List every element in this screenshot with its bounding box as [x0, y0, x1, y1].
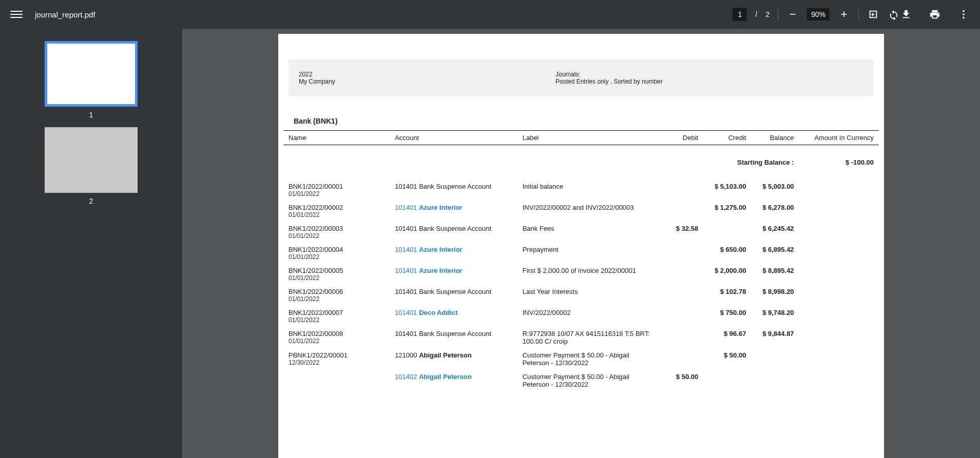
print-icon[interactable]: [929, 8, 941, 21]
entry-debit: [656, 285, 703, 306]
divider: [858, 9, 859, 20]
pdf-toolbar: journal_report.pdf / 2 − 90% +: [0, 0, 980, 29]
thumbnail-label: 2: [89, 197, 93, 205]
table-row: BNK1/2022/0000601/01/2022101401 Bank Sus…: [283, 285, 879, 306]
col-name: Name: [283, 131, 390, 145]
entry-account: 101401 Bank Suspense Account: [390, 180, 517, 201]
entry-balance: $ 5,003.00: [751, 180, 799, 201]
entry-credit: $ 650.00: [703, 243, 751, 264]
svg-point-1: [963, 13, 965, 15]
col-account: Account: [390, 131, 517, 145]
thumbnail-sidebar: 1 2: [0, 29, 182, 458]
entry-credit: $ 96.67: [703, 327, 751, 348]
thumbnail-page-2[interactable]: 2: [45, 127, 138, 205]
entry-debit: [656, 201, 703, 222]
col-debit: Debit: [656, 131, 703, 145]
entry-credit: $ 2,000.00: [703, 264, 751, 285]
filename: journal_report.pdf: [35, 10, 95, 19]
starting-balance-label: Starting Balance :: [703, 145, 799, 180]
entry-balance: $ 6,895.42: [751, 243, 799, 264]
entry-label: Prepayment: [517, 243, 656, 264]
entry-credit: $ 50.00: [703, 348, 751, 370]
fit-page-icon[interactable]: [867, 8, 879, 21]
entry-label: Bank Fees: [517, 222, 656, 243]
pdf-page: 2022 My Company Journals: Posted Entries…: [278, 34, 884, 458]
entry-credit: $ 5,103.00: [703, 180, 751, 201]
entry-label: INV/2022/00002 and INV/2022/00003: [517, 201, 656, 222]
entry-label: Customer Payment $ 50.00 - Abigail Peter…: [517, 348, 656, 370]
entry-amount: [799, 180, 879, 201]
entry-account: 101401 Azure Interior: [390, 264, 517, 285]
entry-account: 121000 Abigail Peterson: [390, 348, 517, 370]
entry-account: 101401 Bank Suspense Account: [390, 285, 517, 306]
entry-name: BNK1/2022/0000301/01/2022: [283, 222, 390, 243]
entry-balance: $ 8,998.20: [751, 285, 799, 306]
entry-account: 101401 Azure Interior: [390, 201, 517, 222]
rotate-icon[interactable]: [888, 8, 900, 21]
entry-debit: [656, 348, 703, 370]
entry-amount: [799, 264, 879, 285]
entry-amount: [799, 201, 879, 222]
entry-name: BNK1/2022/0000701/01/2022: [283, 306, 390, 327]
entry-name: [283, 370, 390, 391]
entry-label: INV/2022/00002: [517, 306, 656, 327]
report-year: 2022: [299, 71, 555, 78]
entry-balance: $ 8,895.42: [751, 264, 799, 285]
svg-point-2: [963, 17, 965, 19]
entry-credit: [703, 222, 751, 243]
zoom-out-button[interactable]: −: [786, 8, 799, 21]
entry-credit: $ 102.78: [703, 285, 751, 306]
filter-text: Posted Entries only , Sorted by number: [555, 78, 863, 85]
entry-amount: [799, 348, 879, 370]
entry-balance: $ 9,748.20: [751, 306, 799, 327]
entry-name: BNK1/2022/0000501/01/2022: [283, 264, 390, 285]
entry-label: R:9772938 10/07 AX 9415116318 T:5 BRT: 1…: [517, 327, 656, 348]
starting-balance-value: $ -100.00: [799, 145, 879, 180]
entry-balance: [751, 348, 799, 370]
entry-amount: [799, 327, 879, 348]
entry-credit: [703, 370, 751, 391]
col-balance: Balance: [751, 131, 799, 145]
pdf-viewer[interactable]: 2022 My Company Journals: Posted Entries…: [182, 29, 980, 458]
table-row: BNK1/2022/0000401/01/2022101401 Azure In…: [283, 243, 879, 264]
entry-debit: [656, 327, 703, 348]
menu-icon[interactable]: [10, 8, 23, 21]
entry-account: 101401 Bank Suspense Account: [390, 222, 517, 243]
entry-balance: $ 6,278.00: [751, 201, 799, 222]
table-row: PBNK1/2022/0000112/30/2022121000 Abigail…: [283, 348, 879, 370]
report-header: 2022 My Company Journals: Posted Entries…: [289, 59, 874, 96]
entry-label: Customer Payment $ 50.00 - Abigail Peter…: [517, 370, 656, 391]
entry-balance: $ 9,844.87: [751, 327, 799, 348]
journal-table: Name Account Label Debit Credit Balance …: [283, 130, 879, 391]
entry-balance: $ 6,245.42: [751, 222, 799, 243]
entry-debit: $ 32.58: [656, 222, 703, 243]
table-row: BNK1/2022/0000201/01/2022101401 Azure In…: [283, 201, 879, 222]
svg-point-0: [963, 10, 965, 12]
table-row: BNK1/2022/0000301/01/2022101401 Bank Sus…: [283, 222, 879, 243]
entry-account: 101401 Azure Interior: [390, 243, 517, 264]
page-separator: /: [755, 10, 757, 18]
report-company: My Company: [299, 78, 555, 85]
entry-amount: [799, 370, 879, 391]
col-label: Label: [517, 131, 656, 145]
table-row: BNK1/2022/0000801/01/2022101401 Bank Sus…: [283, 327, 879, 348]
thumbnail-page-1[interactable]: 1: [45, 41, 138, 119]
entry-label: First $ 2,000.00 of invoice 2022/00001: [517, 264, 656, 285]
entry-debit: $ 50.00: [656, 370, 703, 391]
table-row: BNK1/2022/0000101/01/2022101401 Bank Sus…: [283, 180, 879, 201]
download-icon[interactable]: [900, 8, 912, 21]
entry-amount: [799, 285, 879, 306]
entry-label: Initial balance: [517, 180, 656, 201]
table-row: 101402 Abigail PetersonCustomer Payment …: [283, 370, 879, 391]
entry-debit: [656, 306, 703, 327]
zoom-in-button[interactable]: +: [838, 8, 850, 21]
more-icon[interactable]: [957, 8, 970, 21]
entry-account: 101402 Abigail Peterson: [390, 370, 517, 391]
entry-balance: [751, 370, 799, 391]
entry-label: Last Year Interests: [517, 285, 656, 306]
entry-credit: $ 750.00: [703, 306, 751, 327]
page-number-input[interactable]: [733, 8, 747, 21]
col-amount: Amount In Currency: [799, 131, 879, 145]
entry-name: BNK1/2022/0000201/01/2022: [283, 201, 390, 222]
entry-account: 101401 Bank Suspense Account: [390, 327, 517, 348]
